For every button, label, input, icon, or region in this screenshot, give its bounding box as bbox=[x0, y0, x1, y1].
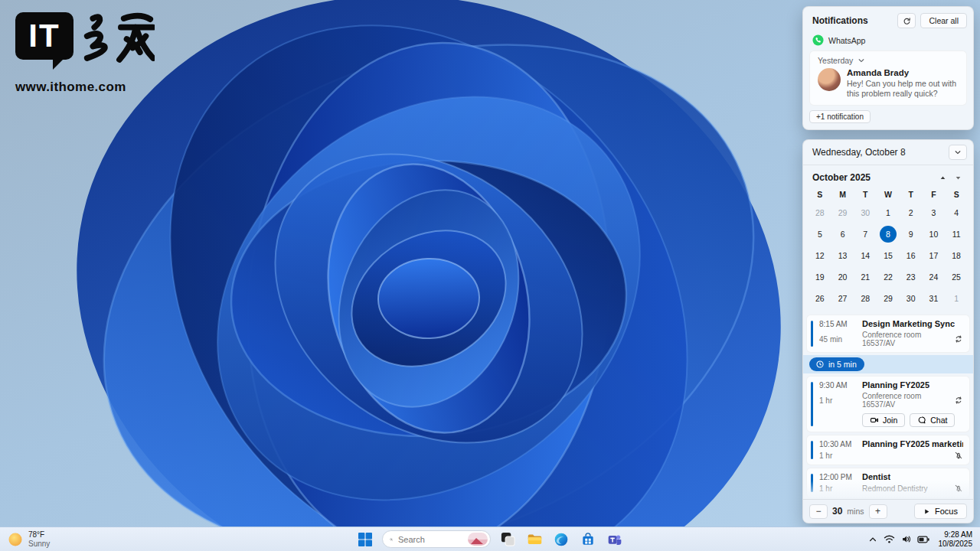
calendar-day[interactable]: 23 bbox=[900, 266, 923, 288]
file-explorer-button[interactable] bbox=[524, 530, 544, 549]
start-button[interactable] bbox=[355, 530, 375, 549]
avatar bbox=[818, 68, 841, 91]
clock-widget[interactable]: 9:28 AM 10/8/2025 bbox=[939, 530, 973, 549]
calendar-day[interactable]: 26 bbox=[808, 288, 831, 309]
search-box[interactable] bbox=[382, 530, 491, 548]
teams-button[interactable] bbox=[605, 530, 625, 549]
calendar-day[interactable]: 28 bbox=[854, 288, 877, 309]
focus-minus-button[interactable]: − bbox=[809, 504, 828, 519]
calendar-day[interactable]: 18 bbox=[945, 245, 968, 266]
calendar-day[interactable]: 24 bbox=[923, 266, 946, 288]
tray-overflow-button[interactable] bbox=[865, 530, 880, 549]
calendar-day[interactable]: 21 bbox=[854, 266, 877, 288]
button-label: Join bbox=[883, 416, 897, 425]
more-notifications-button[interactable]: +1 notification bbox=[809, 110, 871, 123]
chevron-down-icon[interactable] bbox=[858, 57, 865, 64]
calendar-day[interactable]: 30 bbox=[854, 202, 877, 223]
calendar-day[interactable]: 10 bbox=[923, 223, 946, 245]
calendar-day[interactable]: 16 bbox=[900, 245, 923, 266]
event-title: Planning FY2025 marketing bbox=[862, 439, 963, 448]
calendar-day[interactable]: 29 bbox=[831, 202, 854, 223]
edge-browser-button[interactable] bbox=[551, 530, 571, 549]
calendar-day[interactable]: 3 bbox=[923, 202, 946, 223]
in-5-min-badge[interactable]: in 5 min bbox=[809, 357, 864, 371]
calendar-day[interactable]: 9 bbox=[900, 223, 923, 245]
chevron-down-icon bbox=[954, 148, 962, 156]
desktop: IT www.ithome.com Notifications bbox=[0, 0, 980, 551]
notification-message: Hey! Can you help me out with this probl… bbox=[847, 79, 962, 99]
microsoft-store-button[interactable] bbox=[578, 530, 598, 549]
calendar-day[interactable]: 20 bbox=[831, 266, 854, 288]
calendar-day[interactable]: 7 bbox=[854, 223, 877, 245]
event-time: 9:30 AM bbox=[819, 381, 862, 390]
clear-all-button[interactable]: Clear all bbox=[920, 13, 967, 28]
notification-settings-button[interactable] bbox=[897, 13, 916, 28]
task-view-button[interactable] bbox=[498, 530, 518, 549]
search-input[interactable] bbox=[398, 535, 462, 544]
calendar-day[interactable]: 4 bbox=[945, 202, 968, 223]
calendar-day[interactable]: 15 bbox=[877, 245, 900, 266]
focus-plus-button[interactable]: + bbox=[869, 504, 887, 519]
calendar-day[interactable]: 22 bbox=[877, 266, 900, 288]
calendar-day[interactable]: 8 bbox=[877, 223, 900, 245]
day-of-week-label: T bbox=[854, 187, 877, 202]
calendar-collapse-button[interactable] bbox=[949, 145, 967, 160]
badge-label: in 5 min bbox=[828, 360, 857, 369]
join-button[interactable]: Join bbox=[862, 413, 905, 427]
calendar-prev-month-button[interactable] bbox=[935, 171, 950, 184]
calendar-day[interactable]: 2 bbox=[900, 202, 923, 223]
teams-icon bbox=[607, 532, 622, 547]
calendar-day[interactable]: 31 bbox=[923, 288, 946, 309]
caret-down-icon bbox=[955, 174, 962, 181]
agenda-event-card[interactable]: 12:00 PMDentist1 hrRedmond Dentistry bbox=[806, 468, 970, 498]
calendar-day-headers: SMTWTFS bbox=[803, 187, 973, 202]
calendar-day[interactable]: 5 bbox=[808, 223, 831, 245]
battery-indicator[interactable] bbox=[916, 530, 931, 549]
wifi-indicator[interactable] bbox=[882, 530, 897, 549]
repeat-icon bbox=[954, 396, 963, 405]
repeat-icon bbox=[954, 396, 963, 405]
calendar-day[interactable]: 30 bbox=[900, 288, 923, 309]
event-location: Conference room 16537/AV bbox=[862, 331, 954, 347]
event-title: Planning FY2025 bbox=[862, 380, 929, 390]
calendar-day[interactable]: 12 bbox=[808, 245, 831, 266]
calendar-day[interactable]: 29 bbox=[877, 288, 900, 309]
agenda-event-card[interactable]: 8:15 AMDesign Marketing Sync45 minConfer… bbox=[806, 315, 970, 353]
calendar-day[interactable]: 19 bbox=[808, 266, 831, 288]
agenda-event-card[interactable]: 10:30 AMPlanning FY2025 marketing1 hr bbox=[806, 435, 970, 465]
calendar-day[interactable]: 27 bbox=[831, 288, 854, 309]
calendar-day[interactable]: 13 bbox=[831, 245, 854, 266]
calendar-day[interactable]: 11 bbox=[945, 223, 968, 245]
search-icon bbox=[390, 535, 393, 544]
agenda-list: 8:15 AMDesign Marketing Sync45 minConfer… bbox=[803, 312, 973, 499]
agenda-event-card[interactable]: 9:30 AMPlanning FY20251 hrConference roo… bbox=[806, 376, 970, 432]
event-location: Redmond Dentistry bbox=[862, 484, 954, 493]
focus-start-button[interactable]: Focus bbox=[914, 504, 967, 519]
bell-off-icon bbox=[954, 484, 963, 493]
bell-off-icon bbox=[954, 451, 963, 460]
battery-icon bbox=[917, 535, 929, 544]
calendar-day[interactable]: 1 bbox=[945, 288, 968, 309]
calendar-day[interactable]: 17 bbox=[923, 245, 946, 266]
repeat-icon bbox=[954, 334, 963, 344]
taskbar: 78°F Sunny bbox=[0, 527, 980, 551]
calendar-week-row: 567891011 bbox=[803, 223, 973, 245]
volume-indicator[interactable] bbox=[899, 530, 914, 549]
calendar-day[interactable]: 25 bbox=[945, 266, 968, 288]
weather-widget-button[interactable]: 78°F Sunny bbox=[0, 527, 57, 551]
calendar-day[interactable]: 6 bbox=[831, 223, 854, 245]
calendar-day[interactable]: 28 bbox=[808, 202, 831, 223]
ithome-logo-calligraphy bbox=[81, 12, 155, 67]
notification-item[interactable]: Yesterday Amanda Brady Hey! Can you help… bbox=[809, 51, 967, 106]
calendar-day[interactable]: 1 bbox=[877, 202, 900, 223]
chat-button[interactable]: Chat bbox=[910, 413, 955, 427]
volume-icon bbox=[901, 534, 912, 544]
calendar-month-label[interactable]: October 2025 bbox=[812, 172, 935, 183]
windows-logo-icon bbox=[358, 533, 372, 546]
calendar-next-month-button[interactable] bbox=[950, 171, 965, 184]
calendar-day[interactable]: 14 bbox=[854, 245, 877, 266]
event-time: 10:30 AM bbox=[819, 440, 862, 448]
event-accent-bar bbox=[811, 321, 813, 347]
bing-daily-image-thumbnail[interactable] bbox=[468, 533, 488, 546]
task-view-icon bbox=[500, 531, 516, 547]
